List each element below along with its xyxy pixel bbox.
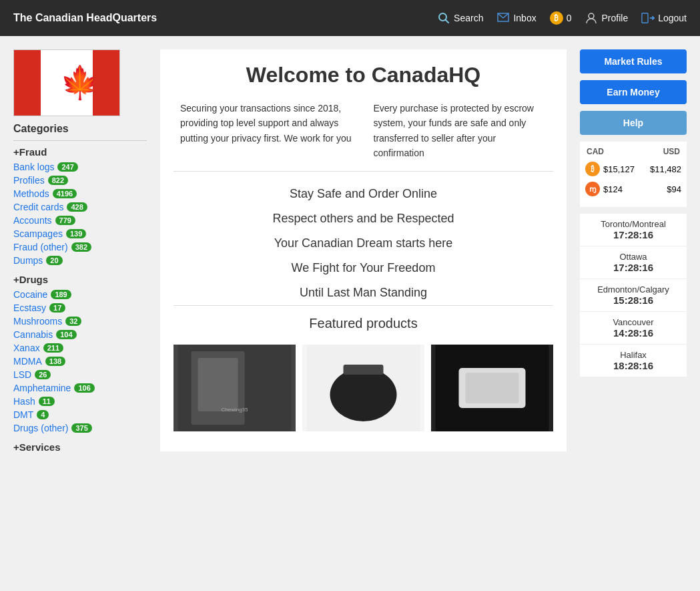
mdma-badge: 138 xyxy=(45,357,65,366)
credit-cards-link[interactable]: Credit cards xyxy=(13,202,63,212)
list-item[interactable]: Amphetamine 106 xyxy=(13,383,147,393)
product-card-2[interactable] xyxy=(302,345,424,431)
product-card-3[interactable] xyxy=(431,345,553,431)
cad-label: CAD xyxy=(587,147,604,156)
logout-icon xyxy=(641,11,655,25)
inbox-icon xyxy=(496,11,510,25)
hash-link[interactable]: Hash xyxy=(13,396,35,407)
list-item[interactable]: Xanax 211 xyxy=(13,343,147,353)
toronto-label: Toronto/Montreal xyxy=(587,219,680,229)
slogan-2: Respect others and be Respected xyxy=(173,206,553,231)
svg-rect-14 xyxy=(344,365,384,375)
amphetamine-link[interactable]: Amphetamine xyxy=(13,383,71,393)
city-times: Toronto/Montreal 17:28:16 Ottawa 17:28:1… xyxy=(580,214,687,377)
drugs-group: +Drugs Cocaine 189 Ecstasy 17 Mushrooms … xyxy=(13,274,147,433)
list-item[interactable]: Cocaine 189 xyxy=(13,289,147,300)
categories-title: Categories xyxy=(13,123,147,135)
inbox-label: Inbox xyxy=(513,13,536,23)
welcome-col-2: Every purchase is protected by escrow sy… xyxy=(374,101,547,161)
header-nav: Search Inbox ₿ 0 Profile Logout xyxy=(437,11,687,25)
city-vancouver: Vancouver 14:28:16 xyxy=(580,312,687,345)
services-group: +Services xyxy=(13,441,147,453)
list-item[interactable]: Drugs (other) 375 xyxy=(13,423,147,433)
main-content: Welcome to CanadaHQ Securing your transa… xyxy=(160,49,567,461)
mdma-link[interactable]: MDMA xyxy=(13,356,42,367)
list-item[interactable]: Fraud (other) 382 xyxy=(13,242,147,252)
drugs-group-title: +Drugs xyxy=(13,274,147,285)
btc-icon: ₿ xyxy=(585,162,600,176)
dmt-link[interactable]: DMT xyxy=(13,409,33,420)
bank-logs-link[interactable]: Bank logs xyxy=(13,162,54,172)
list-item[interactable]: Bank logs 247 xyxy=(13,162,147,172)
xmr-icon: ɱ xyxy=(585,182,600,196)
list-item[interactable]: DMT 4 xyxy=(13,409,147,420)
products-grid: Chewing35 xyxy=(173,338,553,438)
city-edmonton: Edmonton/Calgary 15:28:16 xyxy=(580,279,687,312)
svg-point-5 xyxy=(589,13,594,19)
btc-cad: $15,127 xyxy=(603,164,635,174)
list-item[interactable]: LSD 26 xyxy=(13,369,147,380)
list-item[interactable]: Accounts 779 xyxy=(13,215,147,226)
slogans: Stay Safe and Order Online Respect other… xyxy=(173,182,553,305)
list-item[interactable]: Mushrooms 32 xyxy=(13,316,147,327)
lsd-badge: 26 xyxy=(35,370,51,379)
lsd-link[interactable]: LSD xyxy=(13,369,31,380)
sidebar: 🍁 Categories +Fraud Bank logs 247 Profil… xyxy=(13,49,147,461)
hash-badge: 11 xyxy=(39,397,55,406)
cocaine-link[interactable]: Cocaine xyxy=(13,289,47,300)
vancouver-label: Vancouver xyxy=(587,317,680,327)
slogan-4: We Fight for Your Freedom xyxy=(173,256,553,280)
list-item[interactable]: Scampages 139 xyxy=(13,228,147,239)
xanax-link[interactable]: Xanax xyxy=(13,343,40,353)
accounts-badge: 779 xyxy=(55,216,75,225)
product-card-1[interactable]: Chewing35 xyxy=(173,345,296,431)
halifax-time: 18:28:16 xyxy=(587,360,680,371)
accounts-link[interactable]: Accounts xyxy=(13,215,52,226)
profile-nav-item[interactable]: Profile xyxy=(585,11,628,25)
xanax-badge: 211 xyxy=(43,343,63,353)
drugs-other-badge: 375 xyxy=(71,423,91,433)
city-toronto: Toronto/Montreal 17:28:16 xyxy=(580,214,687,246)
list-item[interactable]: Credit cards 428 xyxy=(13,202,147,212)
mushrooms-link[interactable]: Mushrooms xyxy=(13,316,62,327)
list-item[interactable]: Ecstasy 17 xyxy=(13,303,147,313)
search-icon xyxy=(437,11,450,25)
svg-text:Chewing35: Chewing35 xyxy=(221,407,248,413)
list-item[interactable]: Cannabis 104 xyxy=(13,329,147,340)
dumps-link[interactable]: Dumps xyxy=(13,255,43,266)
ecstasy-link[interactable]: Ecstasy xyxy=(13,303,46,313)
crypto-section: CAD USD ₿ $15,127 $11,482 ɱ $124 $94 xyxy=(580,142,687,207)
svg-rect-6 xyxy=(642,13,648,23)
list-item[interactable]: Hash 11 xyxy=(13,396,147,407)
mushrooms-badge: 32 xyxy=(65,317,81,326)
inbox-nav-item[interactable]: Inbox xyxy=(496,11,536,25)
fraud-other-link[interactable]: Fraud (other) xyxy=(13,242,68,252)
search-nav-item[interactable]: Search xyxy=(437,11,483,25)
methods-link[interactable]: Methods xyxy=(13,188,49,199)
profiles-link[interactable]: Profiles xyxy=(13,175,45,186)
earn-money-button[interactable]: Earn Money xyxy=(580,80,687,104)
slogan-3: Your Canadian Dream starts here xyxy=(173,231,553,256)
svg-point-13 xyxy=(330,368,397,421)
profile-icon xyxy=(585,11,598,25)
list-item[interactable]: Profiles 822 xyxy=(13,175,147,186)
list-item[interactable]: Dumps 20 xyxy=(13,255,147,266)
cannabis-link[interactable]: Cannabis xyxy=(13,329,53,340)
logout-nav-item[interactable]: Logout xyxy=(641,11,687,25)
btc-vals: $15,127 $11,482 xyxy=(603,164,681,174)
amphetamine-badge: 106 xyxy=(74,383,94,393)
drugs-other-link[interactable]: Drugs (other) xyxy=(13,423,68,433)
header: The Canadian HeadQuarters Search Inbox ₿… xyxy=(0,0,700,36)
help-button[interactable]: Help xyxy=(580,111,687,135)
market-rules-button[interactable]: Market Rules xyxy=(580,49,687,73)
list-item[interactable]: MDMA 138 xyxy=(13,356,147,367)
canada-flag: 🍁 xyxy=(13,49,120,116)
list-item[interactable]: Methods 4196 xyxy=(13,188,147,199)
search-label: Search xyxy=(454,13,483,23)
halifax-label: Halifax xyxy=(587,350,680,360)
btc-usd: $11,482 xyxy=(650,164,681,174)
welcome-columns: Securing your transactions since 2018, p… xyxy=(173,101,553,161)
ottawa-label: Ottawa xyxy=(587,252,680,262)
scampages-link[interactable]: Scampages xyxy=(13,228,63,239)
coin-nav-item[interactable]: ₿ 0 xyxy=(550,11,572,25)
